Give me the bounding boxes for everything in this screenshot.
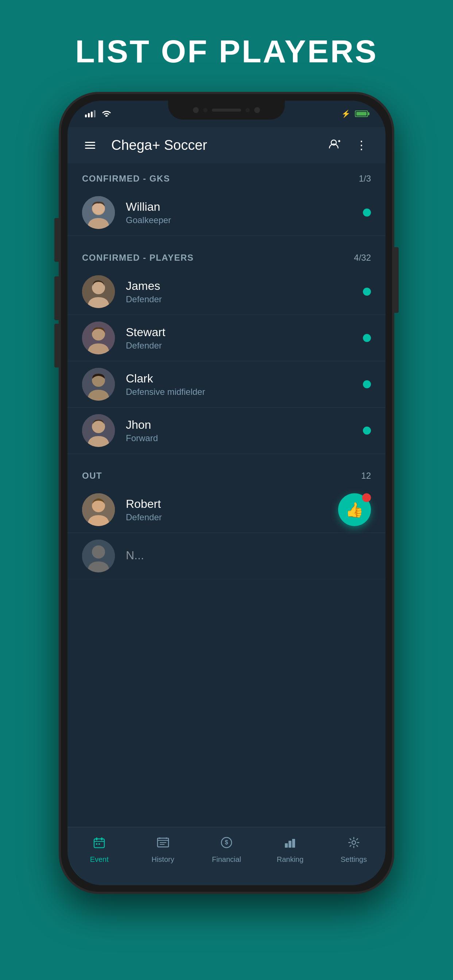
player-name: N... [126,549,371,562]
avatar [82,539,115,573]
player-item[interactable]: N... [67,533,386,579]
svg-rect-22 [96,843,97,845]
player-position: Defender [126,512,338,522]
bolt-icon: ⚡ [341,110,351,118]
page-title: LIST OF PLAYERS [75,33,378,70]
player-name: Jhon [126,418,363,432]
menu-button[interactable] [82,139,98,152]
player-name: James [126,279,363,293]
app-bar: Chega+ Soccer ⋮ [67,127,386,163]
avatar [82,493,115,526]
settings-icon [347,836,360,853]
nav-event-label: Event [90,855,109,864]
status-dot [363,334,371,342]
confirmed-gks-count: 1/3 [359,173,371,184]
app-title: Chega+ Soccer [111,137,318,153]
player-item[interactable]: James Defender [67,269,386,315]
player-name: Robert [126,497,338,511]
svg-point-17 [92,546,105,558]
svg-rect-32 [285,843,288,848]
wifi-icon [102,110,111,118]
avatar [82,196,115,229]
player-info: N... [126,549,371,564]
player-position: Defender [126,340,363,351]
battery-indicator [355,110,368,117]
player-info: Robert Defender [126,497,338,522]
player-name: Clark [126,372,363,385]
player-info: Willian Goalkeeper [126,200,363,225]
svg-point-35 [352,841,356,845]
bottom-navigation: Event History [67,827,386,885]
out-section-header: OUT 12 [67,460,386,487]
nav-settings-label: Settings [341,855,367,864]
confirmed-gks-header: CONFIRMED - GKS 1/3 [67,163,386,189]
nav-item-history[interactable]: History [131,833,195,864]
status-dot [363,426,371,434]
player-item[interactable]: Jhon Forward [67,407,386,454]
svg-rect-21 [101,837,102,840]
avatar [82,414,115,447]
fab-badge [362,493,371,502]
avatar [82,368,115,401]
svg-rect-33 [289,841,292,848]
player-name: Stewart [126,326,363,339]
nav-financial-label: Financial [212,855,241,864]
status-bar: ⚡ [67,100,386,127]
confirmed-players-title: CONFIRMED - PLAYERS [82,253,194,263]
nav-item-financial[interactable]: $ Financial [195,833,258,864]
player-item[interactable]: Robert Defender 👍 [67,487,386,533]
player-name: Willian [126,200,363,214]
ranking-icon [283,836,297,853]
nav-ranking-label: Ranking [277,855,303,864]
nav-item-ranking[interactable]: Ranking [258,833,322,864]
event-icon [93,836,106,853]
screen: ⚡ Chega+ Soccer ⋮ [67,100,386,885]
financial-icon: $ [220,836,233,853]
svg-rect-34 [292,839,295,848]
more-options-button[interactable]: ⋮ [352,135,371,156]
player-position: Goalkeeper [126,215,363,225]
out-title: OUT [82,471,102,481]
notch [168,100,285,119]
confirmed-gks-title: CONFIRMED - GKS [82,173,170,184]
player-position: Forward [126,433,363,443]
fab-button[interactable]: 👍 [338,493,371,526]
player-info: James Defender [126,279,363,304]
status-dot [363,288,371,296]
status-dot [363,208,371,216]
confirmed-players-count: 4/32 [354,253,371,263]
svg-text:$: $ [225,839,228,845]
player-item[interactable]: Clark Defensive midfielder [67,361,386,407]
player-item[interactable]: Stewart Defender [67,315,386,361]
nav-history-label: History [152,855,174,864]
player-info: Clark Defensive midfielder [126,372,363,397]
thumbs-up-icon: 👍 [345,501,364,519]
nav-item-settings[interactable]: Settings [322,833,386,864]
confirmed-players-header: CONFIRMED - PLAYERS 4/32 [67,242,386,269]
phone-shell: ⚡ Chega+ Soccer ⋮ [59,92,394,894]
avatar [82,321,115,355]
add-person-button[interactable] [325,135,345,155]
player-info: Jhon Forward [126,418,363,443]
svg-rect-23 [99,843,100,845]
player-position: Defender [126,294,363,304]
player-info: Stewart Defender [126,326,363,351]
history-icon [156,836,170,853]
player-position: Defensive midfielder [126,387,363,397]
status-dot [363,380,371,388]
svg-rect-20 [96,837,97,840]
out-count: 12 [361,471,371,481]
avatar [82,275,115,308]
player-item[interactable]: Willian Goalkeeper [67,189,386,236]
nav-item-event[interactable]: Event [67,833,131,864]
signal-icon [85,110,96,118]
